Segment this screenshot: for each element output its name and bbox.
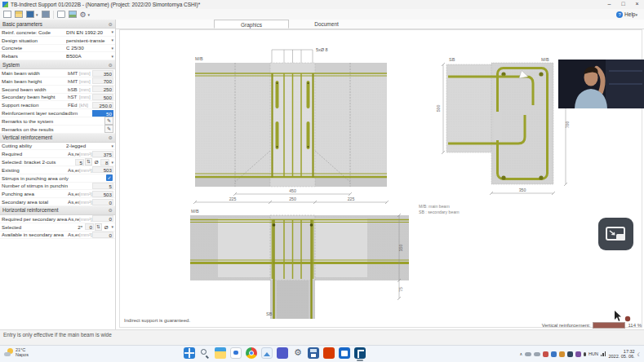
param-symbol: As,req [68,151,79,157]
param-value-field[interactable]: 503 [92,166,113,173]
param-row: Available in secondary areaAs,exist[mm²]… [0,232,115,240]
plan-sb-label: SB [266,311,273,316]
param-value-field[interactable]: 375 [92,151,113,157]
print-preview-icon[interactable] [57,11,65,18]
webcam-video[interactable] [558,60,644,108]
param-value-field[interactable]: 500 [92,94,113,100]
keyboard-language[interactable]: HUN [588,351,598,356]
param-value-field[interactable]: 0 [92,232,113,238]
cloud-sync-icon[interactable] [534,352,540,356]
param-select[interactable]: DIN EN 1992:20▾ [66,29,113,35]
edit-remarks-button[interactable]: ✎ [104,125,113,133]
tab-document[interactable]: Document [289,20,364,29]
window-controls: – □ × [602,0,644,9]
settings-taskbar-icon[interactable]: ⚙ [292,347,304,359]
param-value-field[interactable]: 503 [92,191,113,197]
edit-remarks-button[interactable]: ✎ [104,117,113,125]
section-sb-label: SB [449,57,455,62]
tray-app-icon-4[interactable] [567,351,573,357]
new-document-icon[interactable] [3,11,11,18]
section-options-icon[interactable]: ⚙ [109,135,113,140]
param-value-field[interactable]: 250 [92,86,113,92]
param-value-field[interactable]: 700 [92,77,113,84]
open-file-icon[interactable] [15,11,23,18]
microphone-icon[interactable] [584,352,586,356]
param-unit: [mm²] [79,199,92,205]
spinner-icon[interactable]: ⇅ [95,223,102,231]
explorer-taskbar-icon[interactable] [215,347,226,359]
param-value-field[interactable]: 5 [92,183,113,189]
section-header[interactable]: Basic parameters⚙ [0,20,115,29]
stirrup-count-field[interactable]: 5 [75,159,84,166]
param-select[interactable]: 2-legged▾ [66,143,113,148]
network-volume-icons[interactable] [601,351,606,356]
taskbar-weather-widget[interactable]: 21°C Napos [4,347,29,357]
stirrup-diameter-field[interactable]: 8 [100,159,109,166]
bar-count-field[interactable]: 0 [85,223,94,230]
param-row: Selected: bracket 2-cuts5⇅Ø8▾ [0,158,115,166]
section-header[interactable]: System⚙ [0,60,115,69]
search-taskbar-icon[interactable] [199,347,211,359]
param-value-field[interactable]: 0 [92,215,113,222]
param-unit: [mm²] [79,216,92,222]
section-options-icon[interactable]: ⚙ [109,21,113,27]
section-header[interactable]: Horizontal reinforcement⚙ [0,206,115,215]
param-select[interactable]: C 25/30▾ [66,45,113,51]
store-taskbar-icon[interactable] [339,347,350,359]
param-value-field[interactable]: 350 [92,70,113,77]
title-bar: TB-Indirect Support 01/2022B - (Noname) … [0,0,644,9]
section-options-icon[interactable]: ⚙ [109,207,113,213]
maximize-button[interactable]: □ [616,0,630,9]
screen-share-button[interactable] [598,218,633,250]
settings-gear-icon[interactable]: ⚙ [80,11,87,19]
taskbar-clock[interactable]: 17:32 2022. 05. 06. [608,349,634,359]
tray-expand-icon[interactable]: ∧ [519,351,522,356]
param-value-field[interactable]: 0 [92,199,113,205]
param-label: Secondary area total [2,199,68,205]
chrome-taskbar-icon[interactable] [246,347,257,359]
param-label: Cutting ability [2,143,66,148]
legend-line-1: M/B: main beam [419,204,450,209]
image-export-icon[interactable] [69,11,77,18]
param-row: Reinforcement layer secondary beamdbm50 [0,109,115,117]
status-bar: Entry is only effective if the main beam… [0,329,644,346]
teams-taskbar-icon[interactable] [277,347,288,359]
help-menu[interactable]: ? Help ▾ [616,11,644,18]
save-dropdown-icon[interactable]: ▾ [36,12,38,17]
tray-app-icon-2[interactable] [551,351,557,357]
photos-taskbar-icon[interactable] [261,347,273,359]
param-select[interactable]: persistent-transie▾ [66,38,113,43]
param-checkbox[interactable]: ✓ [106,174,113,181]
plan-view: M/B SB 350 75 [190,209,409,319]
close-button[interactable]: × [630,0,644,9]
param-symbol: hST [68,94,79,99]
param-unit: [mm²] [79,191,92,196]
settings-dropdown-icon[interactable]: ▾ [88,12,91,17]
chat-taskbar-icon[interactable] [230,347,242,359]
spinner-icon[interactable]: ⇅ [85,158,92,166]
param-value-field[interactable]: 250.0 [92,102,113,108]
weather-icon [4,348,13,357]
param-select[interactable]: B500A▾ [66,53,113,59]
tray-app-icon-3[interactable] [559,351,565,357]
param-value-field[interactable]: 50 [92,110,113,117]
tab-graphics[interactable]: Graphics [214,20,289,29]
minimize-button[interactable]: – [602,0,616,9]
office-taskbar-icon[interactable] [323,347,335,359]
frilo-taskbar-icon[interactable] [354,347,366,359]
section-header[interactable]: Vertical reinforcement⚙ [0,134,115,143]
save-icon[interactable] [26,11,34,18]
onedrive-icon[interactable] [525,352,531,356]
start-taskbar-icon[interactable] [184,347,195,359]
param-label: Required per secondary area [2,216,68,222]
param-row: ExistingAs,exist[mm²]503 [0,166,115,174]
result-note: Indirect support is guaranteed. [124,318,190,323]
section-options-icon[interactable]: ⚙ [109,62,113,68]
focus-assist-icon[interactable]: ☾ [637,351,642,357]
save-taskbar-icon[interactable] [308,347,319,359]
tray-app-icon-1[interactable] [543,351,549,357]
save-as-icon[interactable] [42,11,50,18]
tray-app-icon-5[interactable] [575,351,581,357]
param-row: Remarks on the results✎ [0,126,115,134]
param-label: Remarks on the results [2,126,104,132]
